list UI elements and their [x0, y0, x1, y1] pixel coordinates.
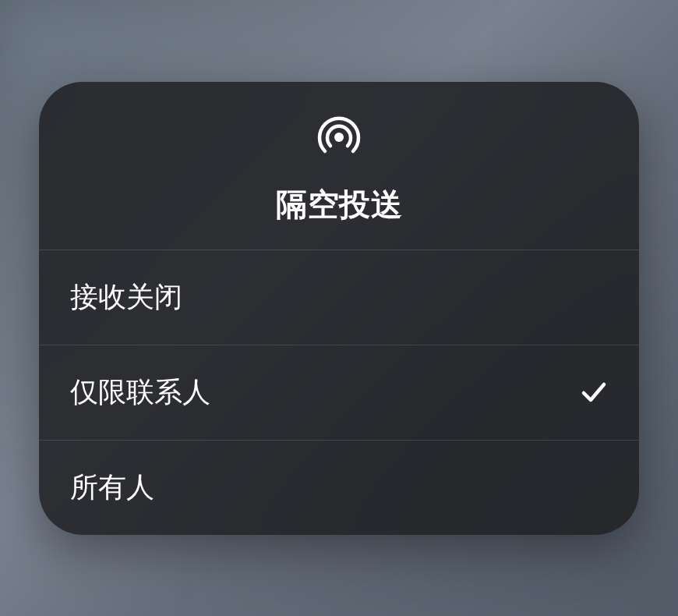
option-label: 接收关闭 — [70, 278, 182, 317]
airdrop-icon — [315, 113, 363, 161]
svg-point-0 — [334, 133, 344, 142]
checkmark-icon — [580, 378, 608, 406]
option-receiving-off[interactable]: 接收关闭 — [39, 250, 639, 345]
option-everyone[interactable]: 所有人 — [39, 441, 639, 535]
option-label: 所有人 — [70, 469, 154, 507]
panel-title: 隔空投送 — [276, 183, 402, 226]
panel-header: 隔空投送 — [39, 82, 639, 250]
airdrop-panel: 隔空投送 接收关闭 仅限联系人 所有人 — [39, 82, 639, 535]
option-contacts-only[interactable]: 仅限联系人 — [39, 345, 639, 441]
option-label: 仅限联系人 — [70, 373, 210, 412]
